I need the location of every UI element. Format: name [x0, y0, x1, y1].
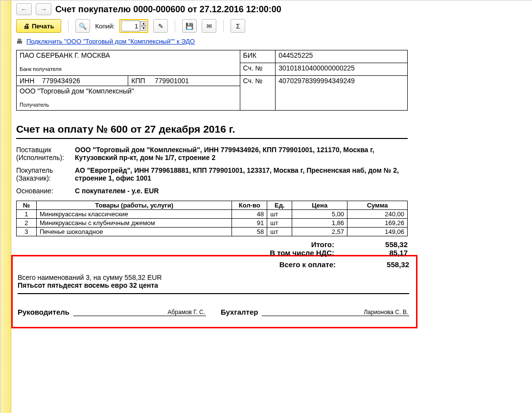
col-sum: Сумма — [347, 201, 408, 210]
col-num: № — [17, 201, 37, 210]
accountant-name: Ларионова С. В. — [364, 309, 408, 316]
table-row: 3Печенье шоколадное58шт2,57149,06 — [17, 228, 408, 236]
copies-input[interactable] — [121, 21, 140, 31]
toolbar: 🖨 Печать 🔍 Копий: ▲ ▼ ✎ 💾 — [16, 17, 527, 36]
total-value: 558,32 — [350, 260, 409, 269]
table-row: 1Миникруассаны классические48шт5,00240,0… — [17, 210, 408, 219]
recipient-name: ООО "Торговый дом "Комплексный" — [20, 87, 237, 95]
buyer-label: Покупатель (Заказчик): — [16, 166, 75, 182]
summary-line2: Пятьсот пятьдесят восемь евро 32 цента — [18, 281, 411, 289]
email-button[interactable]: ✉ — [202, 19, 216, 33]
title-rule — [16, 138, 408, 139]
totals-block: Итого: 558,32 В том числе НДС: 85,17 — [16, 240, 408, 257]
bank-name: ПАО СБЕРБАНК Г. МОСКВА — [20, 51, 237, 59]
recipient-caption: Получатель — [20, 102, 237, 108]
bank-recipient-caption: Банк получателя — [20, 66, 237, 72]
nav-back-button[interactable]: ← — [16, 3, 32, 15]
corr-value: 30101810400000000225 — [276, 63, 408, 76]
nds-value: 85,17 — [349, 249, 408, 257]
corr-label: Сч. № — [240, 63, 276, 76]
envelope-icon: ✉ — [207, 23, 212, 30]
save-button[interactable]: 💾 — [182, 19, 197, 33]
titlebar: ← → Счет покупателю 0000-000600 от 27.12… — [16, 0, 527, 17]
magnifier-icon: 🔍 — [79, 23, 87, 30]
copies-up-button[interactable]: ▲ — [140, 21, 146, 26]
itogo-label: Итого: — [16, 240, 349, 249]
col-unit: Ед. — [267, 201, 292, 210]
page-title: Счет покупателю 0000-000600 от 27.12.201… — [55, 4, 281, 15]
printer-icon: 🖨 — [23, 23, 30, 30]
bik-label: БИК — [240, 50, 276, 63]
copies-down-button[interactable]: ▼ — [140, 26, 146, 31]
edit-template-button[interactable]: ✎ — [153, 19, 168, 33]
highlight-box: Всего к оплате: 558,32 Всего наименовани… — [11, 255, 417, 328]
col-qty: Кол-во — [232, 201, 267, 210]
document-title: Счет на оплату № 600 от 27 декабря 2016 … — [16, 123, 527, 135]
sum-button[interactable]: Σ — [231, 19, 245, 33]
acc-label: Сч. № — [240, 76, 276, 111]
summary-rule — [18, 293, 409, 294]
edo-link[interactable]: Подключить "ООО "Торговый дом "Комплексн… — [26, 38, 195, 45]
edo-icon: 🖶 — [16, 38, 23, 45]
inn-label: ИНН — [20, 77, 34, 85]
kpp-value: 779901001 — [155, 77, 189, 85]
sigma-icon: Σ — [236, 23, 240, 30]
itogo-value: 558,32 — [349, 240, 408, 249]
print-button[interactable]: 🖨 Печать — [16, 19, 61, 33]
diskette-icon: 💾 — [185, 23, 193, 30]
table-row: 2Миникруассаны с клубничным джемом91шт1,… — [17, 219, 408, 228]
left-accent-strip — [0, 0, 11, 413]
head-label: Руководитель — [18, 308, 69, 316]
col-name: Товары (работы, услуги) — [36, 201, 232, 210]
nds-label: В том числе НДС: — [16, 249, 349, 257]
accountant-label: Бухгалтер — [221, 308, 258, 316]
col-price: Цена — [292, 201, 347, 210]
basis-label: Основание: — [16, 187, 75, 195]
copies-group: ▲ ▼ — [119, 19, 148, 33]
head-name: Абрамов Г. С. — [167, 309, 205, 316]
preview-button[interactable]: 🔍 — [75, 19, 90, 33]
acc-value: 40702978399994349249 — [276, 76, 408, 111]
items-table: № Товары (работы, услуги) Кол-во Ед. Цен… — [16, 201, 408, 236]
print-label: Печать — [32, 23, 54, 30]
buyer-text: АО "Евротрейд", ИНН 7799618881, КПП 7799… — [75, 166, 408, 182]
bank-details-table: ПАО СБЕРБАНК Г. МОСКВА Банк получателя Б… — [16, 50, 408, 111]
copies-label: Копий: — [95, 23, 115, 30]
nav-forward-button[interactable]: → — [36, 3, 51, 15]
document-body: ПАО СБЕРБАНК Г. МОСКВА Банк получателя Б… — [16, 50, 527, 328]
total-label: Всего к оплате: — [18, 260, 350, 269]
kpp-label: КПП — [131, 77, 145, 85]
bik-value: 044525225 — [276, 50, 408, 63]
edit-icon: ✎ — [158, 23, 163, 30]
summary-line1: Всего наименований 3, на сумму 558,32 EU… — [18, 274, 411, 281]
supplier-text: ООО "Торговый дом "Комплексный", ИНН 779… — [75, 146, 408, 161]
basis-text: С покупателем - у.е. EUR — [75, 187, 408, 195]
inn-value: 7799434926 — [42, 77, 80, 85]
supplier-label: Поставщик (Исполнитель): — [16, 146, 75, 161]
